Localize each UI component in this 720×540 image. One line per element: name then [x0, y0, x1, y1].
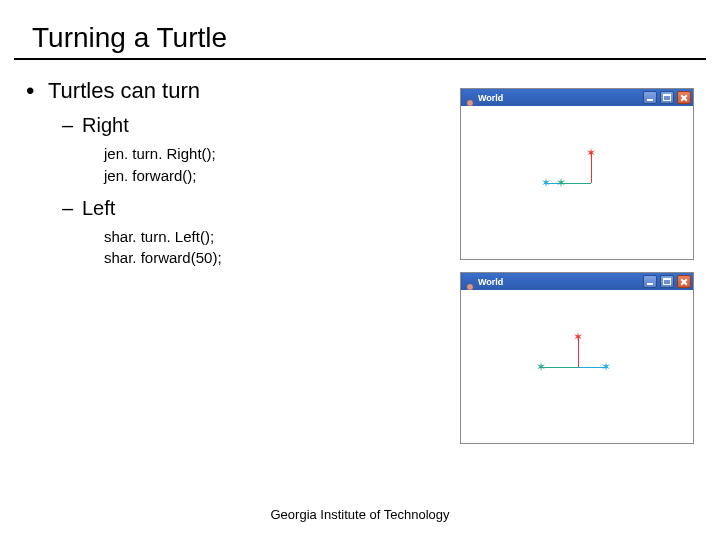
turtle-red-icon: ✶	[586, 147, 596, 159]
turtle-cyan-icon: ✶	[601, 361, 611, 373]
window-title: World	[478, 93, 640, 103]
svg-point-0	[467, 100, 473, 106]
world-window-right: World ✶ ✶ ✶	[460, 88, 694, 260]
titlebar: World	[461, 273, 693, 290]
slide-title: Turning a Turtle	[14, 0, 706, 60]
maximize-icon[interactable]	[660, 275, 674, 288]
svg-point-1	[467, 284, 473, 290]
turtle-green-icon: ✶	[536, 361, 546, 373]
maximize-icon[interactable]	[660, 91, 674, 104]
turtle-red-icon: ✶	[573, 331, 583, 343]
trail-green-2	[541, 367, 578, 368]
canvas-right: ✶ ✶ ✶	[461, 106, 693, 259]
footer-text: Georgia Institute of Technology	[0, 507, 720, 522]
turtle-green-icon: ✶	[556, 177, 566, 189]
titlebar: World	[461, 89, 693, 106]
turtle-cyan-icon: ✶	[541, 177, 551, 189]
window-title: World	[478, 277, 640, 287]
java-icon	[465, 277, 475, 287]
close-icon[interactable]	[677, 275, 691, 288]
close-icon[interactable]	[677, 91, 691, 104]
canvas-left: ✶ ✶ ✶	[461, 290, 693, 443]
java-icon	[465, 93, 475, 103]
world-window-left: World ✶ ✶ ✶	[460, 272, 694, 444]
minimize-icon[interactable]	[643, 275, 657, 288]
minimize-icon[interactable]	[643, 91, 657, 104]
